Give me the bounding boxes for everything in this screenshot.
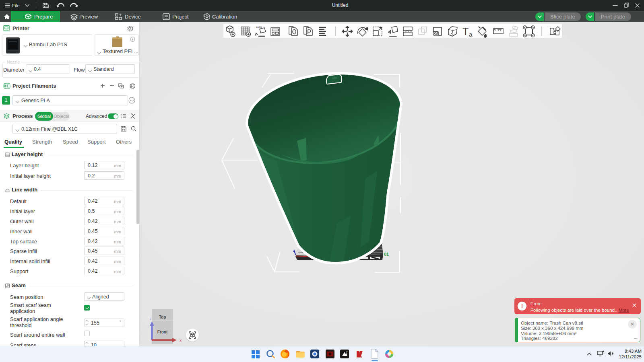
svg-text:Print plate: Print plate (601, 14, 625, 20)
svg-text:01: 01 (384, 252, 389, 257)
svg-text:z: z (150, 317, 152, 321)
svg-text:12/11/2025: 12/11/2025 (619, 354, 642, 359)
svg-text:Preview: Preview (79, 14, 98, 20)
svg-text:Device: Device (125, 14, 141, 20)
svg-text:x: x (180, 338, 182, 343)
svg-text:Calibration: Calibration (212, 14, 237, 20)
svg-text:Project: Project (172, 14, 189, 20)
svg-text:Prepare: Prepare (34, 14, 53, 20)
svg-text:8:43 AM: 8:43 AM (625, 349, 642, 354)
svg-text:2021: 2021 (357, 356, 362, 358)
svg-text:Front: Front (157, 330, 168, 334)
svg-text:T: T (462, 26, 469, 37)
svg-text:Slice plate: Slice plate (550, 14, 575, 20)
svg-text:a: a (469, 31, 473, 38)
svg-text:Top: Top (159, 315, 166, 319)
svg-text:AUTO: AUTO (256, 26, 262, 29)
svg-text:File: File (12, 3, 20, 8)
